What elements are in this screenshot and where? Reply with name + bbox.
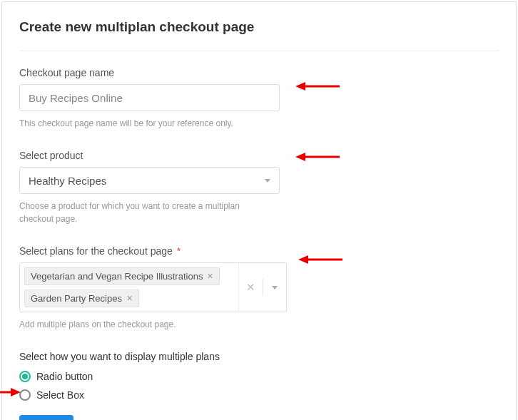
display-option-label: Select Box [36,389,84,401]
page-title: Create new multiplan checkout page [19,19,499,35]
remove-tag-icon[interactable]: ✕ [207,272,213,280]
plan-tag-label: Garden Party Recipes [31,293,122,304]
chevron-down-icon [265,179,270,183]
radio-icon [19,389,31,401]
product-value: Healthy Recipes [29,175,106,187]
plans-group: Select plans for the checkout page * Veg… [19,245,499,331]
display-option-select[interactable]: Select Box [19,389,499,401]
plans-label-text: Select plans for the checkout page [19,245,173,257]
page-name-input[interactable] [19,84,280,111]
multiselect-dropdown-toggle[interactable] [263,286,286,290]
page-name-label: Checkout page name [19,67,499,78]
clear-all-icon[interactable]: ✕ [239,281,263,294]
plans-helper: Add multiple plans on the checkout page. [19,318,276,331]
multiselect-controls: ✕ [238,263,286,312]
display-label: Select how you want to display multiple … [19,351,499,362]
display-radio-group: Radio button Select Box [19,371,499,401]
product-group: Select product Healthy Recipes Choose a … [19,150,499,225]
form-actions: Submit or Go Back [19,415,499,420]
product-select[interactable]: Healthy Recipes [19,167,280,194]
submit-button[interactable]: Submit [19,415,73,420]
divider [19,51,499,51]
product-label: Select product [19,150,499,161]
page-name-helper: This checkout page name will be for your… [19,117,276,130]
plans-tags: Vegetarian and Vegan Recipe Illustration… [20,263,238,312]
plan-tag: Vegetarian and Vegan Recipe Illustration… [24,267,220,285]
product-helper: Choose a product for which you want to c… [19,200,276,225]
page-name-group: Checkout page name This checkout page na… [19,67,499,130]
required-indicator: * [177,245,181,257]
chevron-down-icon [272,286,278,290]
plans-label: Select plans for the checkout page * [19,245,499,257]
display-group: Select how you want to display multiple … [19,351,499,401]
remove-tag-icon[interactable]: ✕ [126,294,133,302]
plan-tag: Garden Party Recipes ✕ [24,290,139,307]
display-option-radio[interactable]: Radio button [19,371,499,382]
plan-tag-label: Vegetarian and Vegan Recipe Illustration… [31,271,203,282]
display-option-label: Radio button [36,371,93,382]
plans-multiselect[interactable]: Vegetarian and Vegan Recipe Illustration… [19,262,287,312]
radio-icon [19,371,31,382]
